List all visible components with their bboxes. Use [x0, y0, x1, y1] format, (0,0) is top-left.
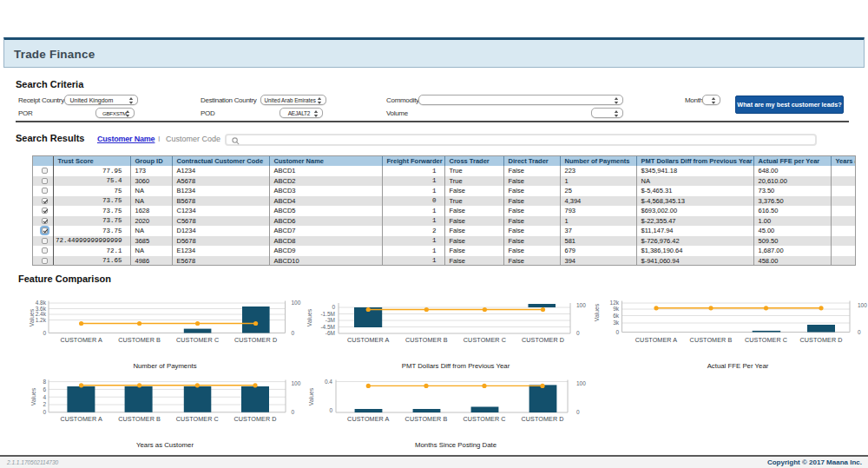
svg-text:CUSTOMER B: CUSTOMER B — [118, 336, 161, 344]
svg-text:Number of Payments: Number of Payments — [133, 362, 196, 370]
svg-text:CUSTOMER B: CUSTOMER B — [405, 415, 448, 423]
svg-text:Years as Customer: Years as Customer — [136, 441, 194, 449]
svg-text:100: 100 — [576, 380, 586, 386]
svg-text:9k: 9k — [613, 306, 620, 312]
svg-text:100: 100 — [858, 302, 867, 308]
svg-text:Actual FFE Per Year: Actual FFE Per Year — [707, 362, 769, 370]
svg-text:Values: Values — [308, 387, 314, 405]
svg-text:CUSTOMER C: CUSTOMER C — [463, 415, 505, 423]
svg-text:CUSTOMER A: CUSTOMER A — [60, 336, 102, 344]
svg-text:0: 0 — [332, 304, 335, 310]
svg-text:-4.5M: -4.5M — [320, 324, 335, 330]
svg-text:CUSTOMER C: CUSTOMER C — [745, 336, 787, 344]
svg-text:Values: Values — [29, 308, 35, 326]
svg-text:100: 100 — [292, 300, 301, 306]
svg-text:CUSTOMER D: CUSTOMER D — [521, 415, 563, 423]
svg-text:0: 0 — [43, 330, 46, 336]
svg-text:Months Since Posting Date: Months Since Posting Date — [415, 441, 496, 449]
svg-text:CUSTOMER B: CUSTOMER B — [690, 336, 733, 344]
svg-text:CUSTOMER A: CUSTOMER A — [60, 415, 102, 423]
svg-text:CUSTOMER C: CUSTOMER C — [176, 336, 219, 344]
svg-text:Values: Values — [306, 308, 312, 326]
svg-text:CUSTOMER B: CUSTOMER B — [118, 415, 161, 423]
svg-text:0: 0 — [615, 329, 619, 335]
svg-text:4: 4 — [43, 394, 46, 400]
svg-text:-6M: -6M — [326, 330, 335, 336]
svg-text:8: 8 — [43, 379, 46, 385]
svg-text:-3M: -3M — [326, 317, 335, 323]
svg-text:0: 0 — [329, 407, 332, 413]
svg-text:CUSTOMER A: CUSTOMER A — [347, 415, 389, 423]
svg-text:0: 0 — [576, 330, 580, 336]
svg-text:-1.5M: -1.5M — [320, 311, 335, 317]
svg-text:CUSTOMER A: CUSTOMER A — [347, 336, 389, 344]
svg-text:CUSTOMER D: CUSTOMER D — [234, 336, 277, 344]
svg-text:CUSTOMER B: CUSTOMER B — [405, 336, 448, 344]
svg-text:100: 100 — [292, 380, 301, 386]
svg-text:0: 0 — [858, 329, 861, 335]
svg-text:CUSTOMER D: CUSTOMER D — [522, 336, 564, 344]
svg-text:CUSTOMER C: CUSTOMER C — [176, 415, 219, 423]
svg-text:PMT Dollars Diff from Previous: PMT Dollars Diff from Previous Year — [402, 362, 510, 370]
svg-text:0: 0 — [292, 330, 295, 336]
svg-text:Values: Values — [30, 387, 36, 405]
svg-text:CUSTOMER D: CUSTOMER D — [233, 415, 276, 423]
svg-text:0.4: 0.4 — [325, 379, 332, 385]
svg-text:6k: 6k — [613, 313, 620, 319]
svg-text:CUSTOMER D: CUSTOMER D — [799, 336, 842, 344]
svg-text:100: 100 — [576, 302, 586, 308]
svg-text:CUSTOMER C: CUSTOMER C — [464, 336, 506, 344]
svg-text:CUSTOMER A: CUSTOMER A — [635, 336, 677, 344]
svg-text:2: 2 — [43, 401, 46, 407]
svg-text:3k: 3k — [613, 320, 620, 326]
svg-text:6: 6 — [43, 386, 46, 392]
svg-text:12k: 12k — [610, 300, 620, 306]
svg-text:0: 0 — [43, 409, 46, 415]
svg-text:1.2k: 1.2k — [36, 317, 47, 323]
svg-text:Values: Values — [594, 303, 600, 321]
svg-text:0: 0 — [292, 409, 295, 415]
svg-text:0: 0 — [576, 409, 580, 415]
